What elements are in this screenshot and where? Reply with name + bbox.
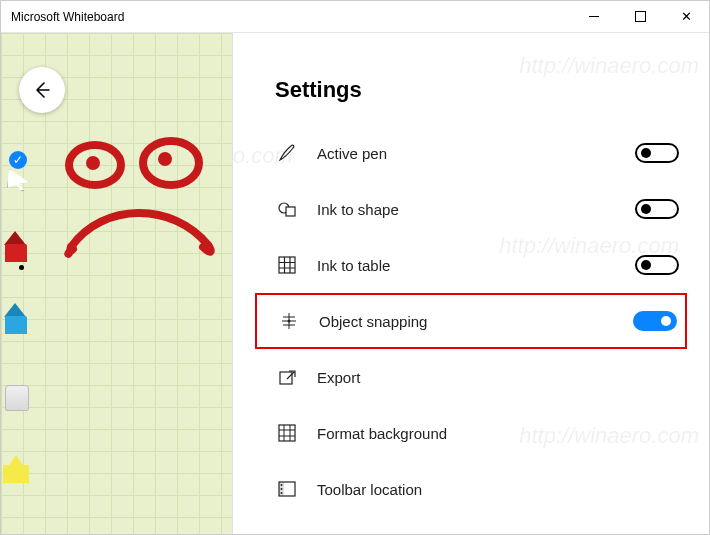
grid-icon (275, 421, 299, 445)
svg-point-13 (281, 488, 283, 490)
close-button[interactable] (663, 1, 709, 32)
svg-point-1 (143, 141, 199, 185)
settings-panel: Settings Active pen Ink to shape Ink to … (233, 33, 709, 534)
back-button[interactable] (19, 67, 65, 113)
window-title: Microsoft Whiteboard (1, 10, 124, 24)
whiteboard-canvas[interactable]: ✓ (1, 33, 233, 534)
settings-heading: Settings (275, 77, 687, 103)
minimize-button[interactable] (571, 1, 617, 32)
svg-rect-6 (279, 257, 295, 273)
setting-label: Ink to table (317, 257, 635, 274)
snap-icon (277, 309, 301, 333)
setting-toolbar-location[interactable]: Toolbar location (255, 461, 687, 517)
pen-red[interactable] (1, 241, 31, 275)
svg-point-7 (288, 320, 291, 323)
window-controls (571, 1, 709, 32)
setting-format-background[interactable]: Format background (255, 405, 687, 461)
toggle-ink-to-shape[interactable] (635, 199, 679, 219)
toggle-object-snapping[interactable] (633, 311, 677, 331)
setting-label: Format background (317, 425, 679, 442)
pen-icon (275, 141, 299, 165)
setting-active-pen[interactable]: Active pen (255, 125, 687, 181)
setting-label: Ink to shape (317, 201, 635, 218)
setting-clear-canvas[interactable]: Clear canvas (255, 517, 687, 534)
setting-label: Toolbar location (317, 481, 679, 498)
user-drawing-sad-face (53, 137, 223, 267)
svg-point-3 (162, 156, 168, 162)
setting-object-snapping[interactable]: Object snapping (255, 293, 687, 349)
shape-icon (275, 197, 299, 221)
highlighter-yellow[interactable] (1, 457, 31, 491)
arrow-left-icon (32, 80, 52, 100)
svg-point-2 (90, 160, 96, 166)
svg-rect-9 (279, 425, 295, 441)
check-badge-icon: ✓ (9, 151, 27, 169)
watermark: http://winaero.com (519, 53, 699, 79)
setting-label: Object snapping (319, 313, 633, 330)
select-tool[interactable]: ✓ (1, 169, 31, 203)
toggle-ink-to-table[interactable] (635, 255, 679, 275)
table-icon (275, 253, 299, 277)
svg-rect-8 (280, 372, 292, 384)
svg-point-12 (281, 484, 283, 486)
setting-label: Active pen (317, 145, 635, 162)
eraser-tool[interactable] (1, 385, 31, 419)
svg-point-14 (281, 492, 283, 494)
setting-ink-to-shape[interactable]: Ink to shape (255, 181, 687, 237)
export-icon (275, 365, 299, 389)
toolbar-icon (275, 477, 299, 501)
trash-icon (275, 533, 299, 534)
maximize-button[interactable] (617, 1, 663, 32)
setting-ink-to-table[interactable]: Ink to table (255, 237, 687, 293)
toggle-active-pen[interactable] (635, 143, 679, 163)
pen-blue[interactable] (1, 313, 31, 347)
window-titlebar: Microsoft Whiteboard (1, 1, 709, 33)
tool-palette: ✓ (1, 169, 41, 491)
setting-label: Export (317, 369, 679, 386)
svg-rect-5 (286, 207, 295, 216)
setting-export[interactable]: Export (255, 349, 687, 405)
